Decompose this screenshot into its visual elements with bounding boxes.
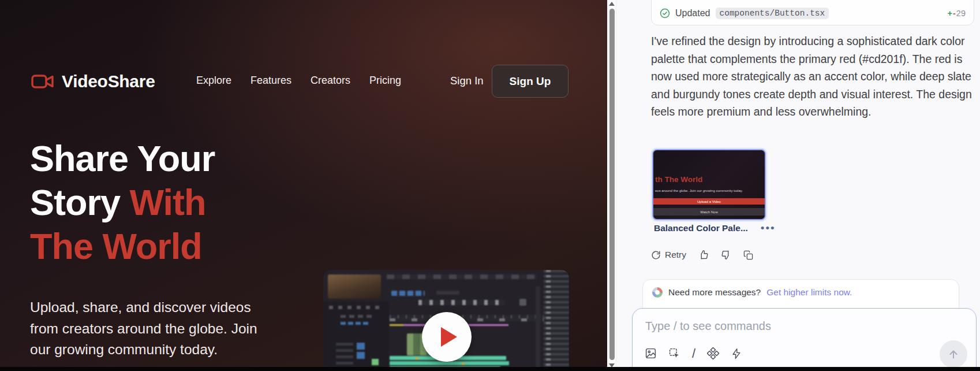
site-header: VideoShare Explore Features Creators Pri… — [31, 65, 573, 98]
hero-line2-white: Story — [30, 182, 130, 222]
hero-line1: Share Your — [30, 138, 215, 179]
diff-stats: + - 29 — [948, 9, 966, 18]
attachment-menu-icon[interactable]: ••• — [761, 225, 776, 231]
updated-file-chip[interactable]: components/Button.tsx — [716, 8, 829, 19]
usage-pie-icon — [652, 287, 663, 298]
thumbs-up-button[interactable] — [698, 250, 709, 260]
hero-line3: The World — [30, 226, 202, 266]
retry-button[interactable]: Retry — [651, 250, 686, 260]
update-status-label: Updated — [675, 8, 710, 18]
preview-scrollbar[interactable] — [607, 0, 616, 371]
nav-link-pricing[interactable]: Pricing — [369, 75, 401, 87]
nav-link-creators[interactable]: Creators — [311, 75, 350, 87]
element-select-icon[interactable] — [668, 347, 680, 359]
preview-heading: th The World — [655, 175, 702, 184]
composer-input[interactable] — [645, 317, 957, 335]
site-nav: Explore Features Creators Pricing — [196, 75, 401, 87]
send-button[interactable] — [940, 340, 967, 368]
zap-icon[interactable] — [731, 348, 742, 359]
brand-logo[interactable]: VideoShare — [31, 72, 155, 91]
scrollbar-up-arrow-icon[interactable] — [609, 2, 615, 6]
diff-count: 29 — [956, 9, 966, 18]
upsell-question: Need more messages? — [668, 287, 761, 298]
play-icon — [441, 327, 457, 347]
refresh-icon — [651, 250, 661, 260]
preview-secondary-button: Watch Now — [653, 208, 765, 216]
check-circle-icon — [660, 8, 670, 18]
hero-heading: Share Your Story With The World — [30, 136, 215, 268]
slash-command-icon[interactable]: / — [692, 348, 695, 359]
diff-deletions: - — [953, 9, 956, 18]
video-camera-icon — [31, 73, 54, 90]
nav-link-explore[interactable]: Explore — [196, 75, 231, 87]
file-update-card[interactable]: Updated components/Button.tsx + - 29 — [651, 0, 974, 25]
composer-card: / — [632, 308, 977, 371]
nav-link-features[interactable]: Features — [250, 75, 291, 87]
image-attach-icon[interactable] — [645, 347, 657, 359]
app-window: VideoShare Explore Features Creators Pri… — [0, 0, 980, 371]
play-button[interactable] — [422, 312, 472, 362]
assistant-message: I've refined the design by introducing a… — [651, 32, 980, 121]
chat-panel: Updated components/Button.tsx + - 29 I'v… — [617, 0, 980, 371]
sign-up-button[interactable]: Sign Up — [492, 65, 568, 98]
retry-label: Retry — [665, 250, 686, 260]
thumbs-down-button[interactable] — [721, 250, 731, 260]
site-preview-panel: VideoShare Explore Features Creators Pri… — [0, 0, 607, 371]
sign-in-link[interactable]: Sign In — [450, 75, 484, 87]
copy-button[interactable] — [743, 250, 753, 260]
components-icon[interactable] — [707, 347, 719, 359]
preview-subtext: eos around the globe. Join our growing c… — [655, 189, 743, 192]
attachment-title[interactable]: Balanced Color Pale... — [654, 223, 748, 233]
hero-tagline: Upload, share, and discover videos from … — [30, 297, 279, 361]
scrollbar-thumb[interactable] — [609, 9, 615, 360]
hero-line2-accent: With — [130, 182, 206, 222]
message-actions: Retry — [651, 250, 753, 260]
composer-toolbar: / — [645, 347, 742, 359]
diff-additions: + — [948, 9, 952, 18]
hero-video-preview[interactable] — [323, 270, 569, 371]
brand-name: VideoShare — [62, 72, 155, 91]
upsell-link[interactable]: Get higher limits now. — [766, 287, 852, 298]
preview-primary-button: Upload a Video — [653, 198, 765, 205]
design-preview-thumbnail[interactable]: th The World eos around the globe. Join … — [652, 149, 766, 220]
window-bottom-edge — [0, 367, 980, 371]
